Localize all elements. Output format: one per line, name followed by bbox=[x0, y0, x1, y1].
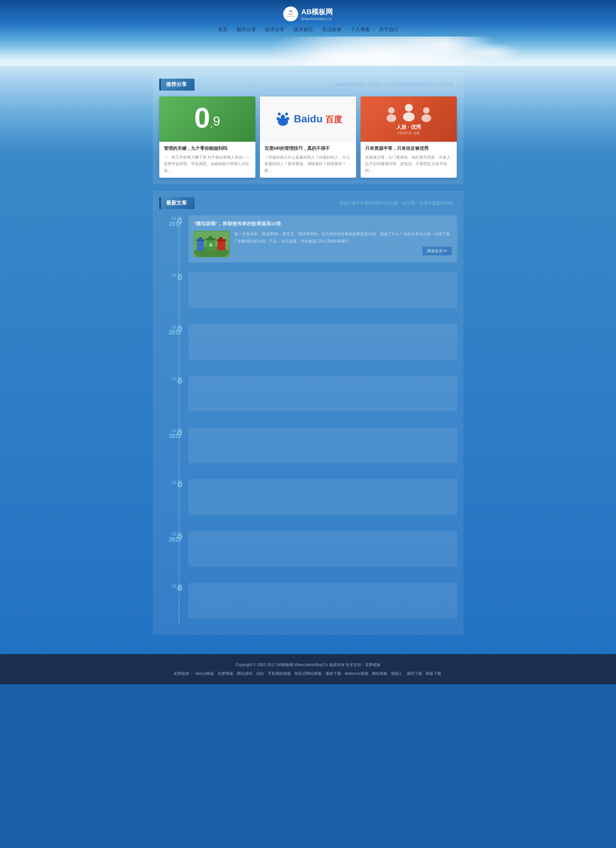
baidu-text-group: Baidu 百度 bbox=[294, 113, 342, 125]
footer-link-8[interactable]: dedecms模板 bbox=[345, 671, 368, 676]
featured-desc: 好咖啡要和朋友一起品尝，好文章也要和你最真实的人一起分享。 bbox=[335, 82, 457, 88]
baidu-logo: Baidu 百度 bbox=[274, 110, 342, 128]
svg-rect-20 bbox=[199, 237, 202, 240]
main-nav: 首页 图片分享 技术分享 技术前沿 生活杂谈 个人博客 关于自己 bbox=[0, 24, 616, 37]
card3-subtitle: FERNVE 分析 bbox=[398, 131, 420, 136]
timeline-item-1: 11-18 2017 "糟垃圾桶"，将裂推传单的效果提高10倍 bbox=[189, 216, 457, 262]
footer-link-6[interactable]: 响应式网站模板 bbox=[295, 671, 322, 676]
article-1-actions: 阅读全文>> bbox=[235, 247, 452, 255]
svg-rect-18 bbox=[197, 240, 204, 251]
card1-dot: . bbox=[210, 118, 213, 130]
card1-title: 管理的关键，九个零你能做到吗 bbox=[164, 146, 251, 151]
svg-point-6 bbox=[276, 117, 280, 120]
timeline-dot-2 bbox=[177, 276, 182, 280]
read-more-btn-1[interactable]: 阅读全文>> bbox=[422, 247, 451, 255]
card1-image: 0.9 bbox=[159, 96, 255, 142]
articles-desc: 把自己每天所看的和学习与大家一起分享，分享才是最快乐的。 bbox=[339, 200, 457, 206]
svg-text:AB: AB bbox=[289, 10, 292, 12]
svg-point-9 bbox=[285, 112, 288, 115]
baidu-du: du bbox=[310, 113, 323, 125]
featured-card-2: Baidu 百度 百度HR的管理技巧，真的不得不 ！印最好的人什么是最好的人？但… bbox=[260, 96, 356, 178]
svg-text:Www.Adminbuy: Www.Adminbuy bbox=[286, 16, 295, 17]
svg-text:♻: ♻ bbox=[208, 242, 213, 248]
svg-text:模板网: 模板网 bbox=[288, 13, 293, 15]
card3-text: 在家做父母，出门看朋友，他们因为包容，许多人总不忘到微偶话情、篮电话、不禁想起1… bbox=[365, 154, 452, 174]
card2-image: Baidu 百度 bbox=[260, 96, 356, 142]
nav-about[interactable]: 关于自己 bbox=[379, 27, 398, 33]
footer-link-12[interactable]: 模板下载 bbox=[426, 671, 441, 676]
logo-main-text: AB模板网 bbox=[301, 7, 333, 17]
featured-section: 推荐分享 好咖啡要和朋友一起品尝，好文章也要和你最真实的人一起分享。 0.9 管… bbox=[153, 72, 463, 184]
article-1-title: "糟垃圾桶"，将裂推传单的效果提高10倍 bbox=[194, 221, 452, 227]
footer-copyright: Copyright © 2002-2017 AB模板网 Www.AdminBuy… bbox=[6, 661, 610, 669]
timeline-dot-4 bbox=[177, 379, 182, 384]
nav-list: 首页 图片分享 技术分享 技术前沿 生活杂谈 个人博客 关于自己 bbox=[218, 27, 398, 33]
card3-title: 只有资源半等，只有你足够优秀 bbox=[365, 146, 452, 151]
card1-body: 管理的关键，九个零你能做到吗 一、有工作你努力哪千零 对于每位营销人来说——道警… bbox=[159, 142, 255, 178]
nav-tech[interactable]: 技术分享 bbox=[265, 27, 285, 33]
featured-card-1: 0.9 管理的关键，九个零你能做到吗 一、有工作你努力哪千零 对于每位营销人来说… bbox=[159, 96, 255, 178]
timeline-item-8: 11-18 bbox=[189, 583, 457, 625]
timeline-content-2 bbox=[189, 272, 457, 308]
card2-body: 百度HR的管理技巧，真的不得不 ！印最好的人什么是最好的人？但最好的人，什么是最… bbox=[260, 142, 356, 178]
trash-scene-svg: ♻ bbox=[194, 231, 229, 256]
article-1-thumb: ♻ bbox=[194, 231, 230, 257]
card3-image: 人脉 · 优秀 FERNVE 分析 bbox=[361, 96, 457, 142]
timeline-content-7 bbox=[189, 531, 457, 567]
nav-life[interactable]: 生活杂谈 bbox=[322, 27, 341, 33]
timeline-dot-7 bbox=[177, 534, 182, 539]
nav-photos[interactable]: 图片分享 bbox=[237, 27, 256, 33]
timeline-item-7: 11-18 2017 bbox=[189, 531, 457, 573]
article-1-text-area: 第一天发传单、阅读率5%，第五天、阅读率50%，五天时间传传单的效果提高10倍。… bbox=[235, 231, 452, 255]
card2-title: 百度HR的管理技巧，真的不得不 bbox=[264, 146, 352, 151]
nav-home[interactable]: 首页 bbox=[218, 27, 227, 33]
card3-tag: 人脉 · 优秀 bbox=[396, 124, 421, 131]
footer-link-4[interactable]: 仿站 bbox=[256, 671, 264, 676]
card1-visual: 0.9 bbox=[194, 105, 220, 133]
svg-point-10 bbox=[388, 107, 395, 114]
logo-svg: AB 模板网 Www.Adminbuy bbox=[284, 7, 297, 21]
footer-links-label: 友情链接： bbox=[174, 671, 193, 676]
sky-visual bbox=[0, 37, 616, 66]
timeline-dot-5 bbox=[177, 431, 182, 435]
articles-section: 最新文章 把自己每天所看的和学习与大家一起分享，分享才是最快乐的。 11-18 … bbox=[153, 191, 463, 635]
nav-blog[interactable]: 个人博客 bbox=[350, 27, 370, 33]
card1-big-num: 0 bbox=[194, 105, 210, 130]
timeline-content-5 bbox=[189, 428, 457, 463]
baidu-cn-text: 百度 bbox=[325, 114, 342, 124]
footer-link-11[interactable]: 源码下载 bbox=[407, 671, 422, 676]
baidu-paw-icon bbox=[274, 110, 292, 128]
timeline-item-6: 11-18 bbox=[189, 479, 457, 522]
card2-text: ！印最好的人什么是最好的人？但最好的人，什么是最好的人？暂停最低、顶级最好？精简… bbox=[264, 154, 352, 174]
person-icon-3 bbox=[420, 106, 433, 122]
featured-card-3: 人脉 · 优秀 FERNVE 分析 只有资源半等，只有你足够优秀 在家做父母，出… bbox=[361, 96, 457, 178]
footer-links-row: 友情链接： discuz模板 织梦模板 网站源码 仿站 手机网站模板 响应式网站… bbox=[6, 669, 610, 678]
footer: Copyright © 2002-2017 AB模板网 Www.AdminBuy… bbox=[0, 654, 616, 684]
timeline-content-1: "糟垃圾桶"，将裂推传单的效果提高10倍 bbox=[189, 216, 457, 262]
person-icon-1 bbox=[384, 106, 398, 122]
article-1-desc: 第一天发传单、阅读率5%，第五天、阅读率50%，五天时间传传单的效果提高10倍。… bbox=[235, 231, 452, 245]
timeline-content-8 bbox=[189, 583, 457, 618]
svg-point-11 bbox=[386, 114, 396, 122]
footer-link-3[interactable]: 网站源码 bbox=[237, 671, 252, 676]
timeline: 11-18 2017 "糟垃圾桶"，将裂推传单的效果提高10倍 bbox=[159, 216, 457, 625]
footer-link-7[interactable]: 图标下载 bbox=[326, 671, 341, 676]
articles-title: 最新文章 bbox=[159, 197, 194, 209]
footer-link-2[interactable]: 织梦模板 bbox=[218, 671, 233, 676]
footer-link-1[interactable]: discuz模板 bbox=[195, 671, 214, 676]
svg-point-12 bbox=[405, 104, 413, 112]
timeline-item-2: 11-18 bbox=[189, 272, 457, 314]
svg-point-7 bbox=[286, 117, 289, 120]
footer-link-5[interactable]: 手机网站模板 bbox=[268, 671, 291, 676]
timeline-item-5: 11-18 2017 bbox=[189, 428, 457, 470]
timeline-content-3 bbox=[189, 324, 457, 360]
featured-header: 推荐分享 好咖啡要和朋友一起品尝，好文章也要和你最真实的人一起分享。 bbox=[159, 79, 457, 90]
featured-title: 推荐分享 bbox=[159, 79, 194, 90]
svg-point-15 bbox=[422, 114, 431, 122]
footer-link-9[interactable]: 网站模板 bbox=[372, 671, 387, 676]
footer-link-10[interactable]: 模板汇 bbox=[391, 671, 403, 676]
article-1-inner: ♻ 第一天发传单、阅读率5%，第五天、阅读率50%，五天时间传传单的效果提高10… bbox=[194, 231, 452, 257]
timeline-dot-3 bbox=[177, 327, 182, 332]
card3-body: 只有资源半等，只有你足够优秀 在家做父母，出门看朋友，他们因为包容，许多人总不忘… bbox=[361, 142, 457, 178]
nav-frontier[interactable]: 技术前沿 bbox=[294, 27, 313, 33]
